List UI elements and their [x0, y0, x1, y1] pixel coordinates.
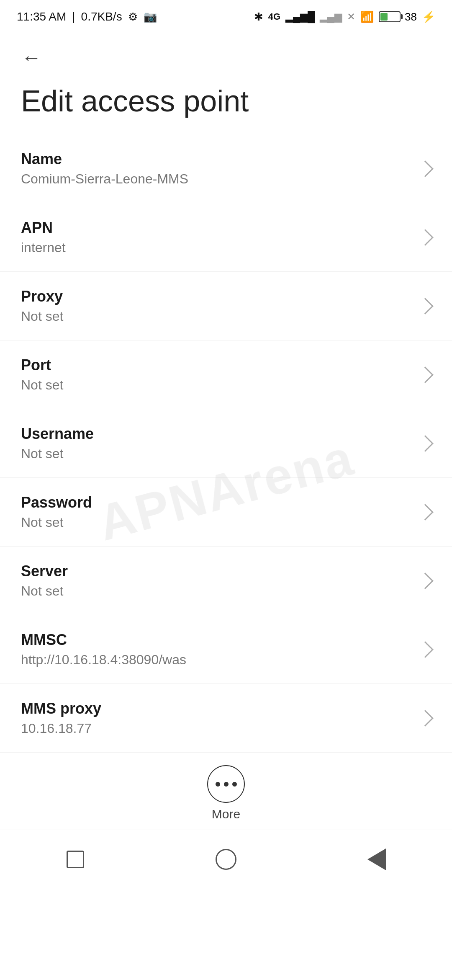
more-dot-2	[224, 782, 229, 787]
settings-item-proxy[interactable]: Proxy Not set	[0, 272, 452, 340]
speed-display: 0.7KB/s	[81, 10, 122, 23]
settings-label-name: Name	[21, 150, 411, 168]
settings-label-mmsc: MMSC	[21, 631, 411, 649]
settings-item-mms-proxy-text: MMS proxy 10.16.18.77	[21, 700, 411, 736]
settings-icon: ⚙	[128, 10, 138, 23]
settings-item-name-text: Name Comium-Sierra-Leone-MMS	[21, 150, 411, 187]
settings-item-apn[interactable]: APN internet	[0, 203, 452, 272]
chevron-right-icon-username	[417, 435, 434, 452]
settings-item-proxy-text: Proxy Not set	[21, 288, 411, 324]
nav-recents-icon	[67, 851, 84, 868]
battery-fill	[380, 13, 388, 21]
back-button[interactable]: ←	[17, 43, 46, 72]
more-dot-1	[216, 782, 220, 787]
settings-value-proxy: Not set	[21, 309, 411, 324]
battery-indicator: 38	[379, 10, 417, 23]
nav-back-button[interactable]	[360, 843, 393, 876]
status-right: ✱ 4G ▂▄▆█ ▂▄▆ ✕ 📶 38 ⚡	[254, 10, 435, 23]
signal-bars2-icon: ▂▄▆	[320, 11, 342, 23]
settings-item-password-text: Password Not set	[21, 494, 411, 530]
nav-home-button[interactable]	[209, 843, 243, 876]
navigation-bar	[0, 830, 452, 893]
more-section: More	[0, 753, 452, 830]
settings-item-mmsc[interactable]: MMSC http://10.16.18.4:38090/was	[0, 615, 452, 684]
back-arrow-icon: ←	[21, 46, 41, 69]
settings-item-mmsc-text: MMSC http://10.16.18.4:38090/was	[21, 631, 411, 668]
charging-icon: ⚡	[422, 10, 435, 23]
settings-value-username: Not set	[21, 446, 411, 462]
settings-value-port: Not set	[21, 377, 411, 393]
status-left: 11:35 AM | 0.7KB/s ⚙ 📷	[17, 10, 157, 23]
settings-value-name: Comium-Sierra-Leone-MMS	[21, 171, 411, 187]
chevron-right-icon-password	[417, 504, 434, 521]
separator: |	[72, 10, 75, 23]
status-bar: 11:35 AM | 0.7KB/s ⚙ 📷 ✱ 4G ▂▄▆█ ▂▄▆ ✕ 📶…	[0, 0, 452, 30]
settings-list: Name Comium-Sierra-Leone-MMS APN interne…	[0, 134, 452, 753]
nav-home-icon	[216, 849, 236, 870]
chevron-right-icon-port	[417, 366, 434, 383]
settings-item-apn-text: APN internet	[21, 219, 411, 255]
settings-item-server[interactable]: Server Not set	[0, 547, 452, 615]
settings-label-password: Password	[21, 494, 411, 511]
more-label: More	[212, 807, 240, 821]
more-dots-icon	[216, 782, 237, 787]
signal-bars-icon: ▂▄▆█	[285, 11, 315, 23]
settings-label-username: Username	[21, 425, 411, 443]
settings-item-port-text: Port Not set	[21, 356, 411, 393]
settings-value-mms-proxy: 10.16.18.77	[21, 721, 411, 736]
chevron-right-icon-proxy	[417, 298, 434, 315]
settings-label-apn: APN	[21, 219, 411, 237]
settings-item-name[interactable]: Name Comium-Sierra-Leone-MMS	[0, 134, 452, 203]
chevron-right-icon-name	[417, 160, 434, 177]
battery-box	[379, 11, 401, 22]
settings-value-apn: internet	[21, 240, 411, 255]
settings-item-port[interactable]: Port Not set	[0, 340, 452, 409]
settings-value-password: Not set	[21, 515, 411, 530]
nav-back-icon	[367, 848, 386, 870]
no-signal-icon: ✕	[347, 11, 355, 23]
chevron-right-icon-server	[417, 573, 434, 589]
bluetooth-icon: ✱	[254, 10, 263, 23]
settings-value-mmsc: http://10.16.18.4:38090/was	[21, 652, 411, 668]
more-dot-3	[232, 782, 237, 787]
more-button[interactable]	[207, 765, 245, 803]
chevron-right-icon-mms-proxy	[417, 710, 434, 727]
chevron-right-icon-mmsc	[417, 641, 434, 658]
camera-icon: 📷	[144, 10, 157, 23]
nav-recents-button[interactable]	[59, 843, 92, 876]
settings-label-mms-proxy: MMS proxy	[21, 700, 411, 717]
settings-label-proxy: Proxy	[21, 288, 411, 305]
settings-label-server: Server	[21, 562, 411, 580]
settings-label-port: Port	[21, 356, 411, 374]
settings-item-password[interactable]: Password Not set	[0, 478, 452, 547]
chevron-right-icon-apn	[417, 229, 434, 246]
page-title: Edit access point	[0, 76, 452, 134]
settings-item-mms-proxy[interactable]: MMS proxy 10.16.18.77	[0, 684, 452, 753]
back-area: ←	[0, 30, 452, 76]
settings-item-username-text: Username Not set	[21, 425, 411, 462]
settings-item-server-text: Server Not set	[21, 562, 411, 599]
signal-4g-icon: 4G	[268, 11, 280, 22]
settings-item-username[interactable]: Username Not set	[0, 409, 452, 478]
time-display: 11:35 AM	[17, 10, 66, 23]
battery-percent: 38	[405, 10, 417, 23]
settings-value-server: Not set	[21, 583, 411, 599]
wifi-icon: 📶	[360, 10, 374, 23]
